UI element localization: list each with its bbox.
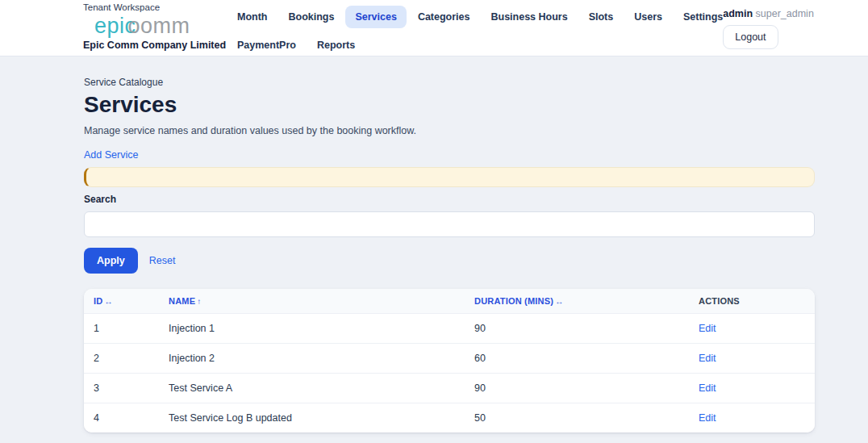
breadcrumb: Service Catalogue <box>84 77 815 88</box>
logo-part-gray: oomm <box>128 14 190 38</box>
user-area: admin super_admin Logout <box>723 0 868 49</box>
sort-both-icon[interactable]: ↔ <box>104 297 112 306</box>
company-name: Epic Comm Company Limited <box>83 40 237 51</box>
nav-item-month[interactable]: Month <box>237 6 267 28</box>
column-header-id[interactable]: ID↔ <box>84 289 159 314</box>
page-title: Services <box>84 92 815 118</box>
epicomm-logo: epicoomm <box>94 14 237 39</box>
cell-name: Test Service A <box>159 374 465 403</box>
nav-item-paymentpro[interactable]: PaymentPro <box>237 34 296 56</box>
services-table-card: ID↔ NAME↑ DURATION (MINS)↔ ACTIONS 1 Inj… <box>84 289 815 433</box>
user-role: super_admin <box>756 8 814 19</box>
cell-id: 2 <box>84 344 159 374</box>
cell-duration: 50 <box>465 403 689 433</box>
sort-asc-icon[interactable]: ↑ <box>197 297 201 306</box>
main-content: Service Catalogue Services Manage servic… <box>0 56 868 443</box>
nav-item-reports[interactable]: Reports <box>317 34 355 56</box>
cell-duration: 60 <box>465 344 689 374</box>
search-input[interactable] <box>84 211 815 237</box>
tenant-workspace-label: Tenant Workspace <box>83 2 237 12</box>
nav-item-bookings[interactable]: Bookings <box>288 6 334 28</box>
nav-item-slots[interactable]: Slots <box>589 6 614 28</box>
apply-button[interactable]: Apply <box>84 248 138 274</box>
search-label: Search <box>84 194 815 205</box>
nav-item-users[interactable]: Users <box>634 6 662 28</box>
nav-row-2: PaymentPro Reports <box>237 34 723 56</box>
column-header-actions: ACTIONS <box>689 289 815 314</box>
edit-link[interactable]: Edit <box>699 382 716 394</box>
page-description: Manage service names and duration values… <box>84 125 815 136</box>
edit-link[interactable]: Edit <box>699 412 716 424</box>
cell-id: 4 <box>84 403 159 433</box>
nav-item-categories[interactable]: Categories <box>418 6 470 28</box>
reset-link[interactable]: Reset <box>149 255 176 266</box>
table-row: 1 Injection 1 90 Edit <box>84 314 815 344</box>
filter-actions: Apply Reset <box>84 248 815 274</box>
top-header: Tenant Workspace epicoomm Epic Comm Comp… <box>0 0 868 56</box>
cell-id: 3 <box>84 374 159 403</box>
add-service-input[interactable] <box>84 167 815 187</box>
nav-row-1: Month Bookings Services Categories Busin… <box>237 6 723 28</box>
column-header-name[interactable]: NAME↑ <box>159 289 465 314</box>
column-header-duration[interactable]: DURATION (MINS)↔ <box>465 289 689 314</box>
table-header-row: ID↔ NAME↑ DURATION (MINS)↔ ACTIONS <box>84 289 815 314</box>
table-row: 4 Test Service Log B updated 50 Edit <box>84 403 815 433</box>
cell-duration: 90 <box>465 314 689 344</box>
services-table: ID↔ NAME↑ DURATION (MINS)↔ ACTIONS 1 Inj… <box>84 289 815 433</box>
table-row: 3 Test Service A 90 Edit <box>84 374 815 403</box>
edit-link[interactable]: Edit <box>699 353 716 364</box>
nav-item-services[interactable]: Services <box>345 6 406 28</box>
brand-block: Tenant Workspace epicoomm Epic Comm Comp… <box>83 0 237 51</box>
logout-button[interactable]: Logout <box>723 25 778 49</box>
nav-item-settings[interactable]: Settings <box>683 6 723 28</box>
add-service-link[interactable]: Add Service <box>84 149 138 161</box>
cell-duration: 90 <box>465 374 689 403</box>
user-name: admin <box>723 8 753 19</box>
nav-item-business-hours[interactable]: Business Hours <box>490 6 567 28</box>
main-nav: Month Bookings Services Categories Busin… <box>237 0 723 62</box>
cell-name: Injection 1 <box>159 314 465 344</box>
cell-name: Test Service Log B updated <box>159 403 465 433</box>
user-info: admin super_admin <box>723 8 868 19</box>
sort-both-icon[interactable]: ↔ <box>555 297 563 306</box>
table-row: 2 Injection 2 60 Edit <box>84 344 815 374</box>
cell-id: 1 <box>84 314 159 344</box>
edit-link[interactable]: Edit <box>699 323 716 334</box>
cell-name: Injection 2 <box>159 344 465 374</box>
